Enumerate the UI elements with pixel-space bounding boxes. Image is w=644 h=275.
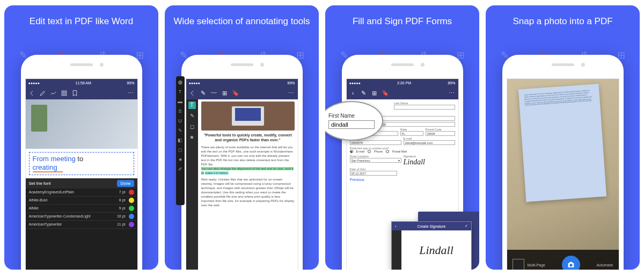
mode-multipage[interactable]: Multi-Page	[528, 263, 545, 267]
panel-title: Wide selection of annotating tools	[165, 5, 319, 27]
shape-tool-icon[interactable]: ◻	[188, 123, 196, 131]
phone-mockup: Lorem ipsum dolor sit amet, consectetur …	[502, 55, 624, 270]
camera-bottom-bar: Multi-Page Automatic	[507, 250, 619, 270]
tool-underline-icon[interactable]: U	[178, 118, 183, 124]
app-toolbar: ✎ 〰 ⊞ 🔖 ⋯	[186, 86, 298, 99]
panel-snap-photo: Snap a photo into a PDF ✎🔖⇵⊞ Lorem ipsum…	[486, 5, 640, 270]
edit-icon[interactable]: ✎	[200, 89, 207, 97]
battery: 89%	[127, 81, 134, 85]
signature-canvas[interactable]: Lindall	[401, 230, 471, 270]
bookmark-icon[interactable]: 🔖	[232, 89, 239, 97]
contact-pref-radios[interactable]: E-mail Phone Postal Mail	[350, 150, 455, 153]
document-image	[26, 99, 137, 149]
date-input[interactable]: 05.12.2017	[350, 171, 397, 176]
tool-eraser-icon[interactable]: ◧	[178, 138, 183, 143]
tool-strike-icon[interactable]: S	[178, 108, 183, 114]
text-part-2: to	[76, 155, 83, 163]
radio-email[interactable]	[350, 150, 353, 153]
grid-icon[interactable]: ⊞	[371, 89, 378, 97]
svg-rect-0	[62, 91, 63, 92]
dialog-header[interactable]: Create Signature	[392, 222, 471, 230]
back-icon[interactable]	[189, 89, 196, 97]
panel-title: Fill and Sign PDF Forms	[325, 5, 479, 27]
app-screen: ●●●●●89% ✎ 〰 ⊞ 🔖 ⋯ T ✎ ◻ ★	[186, 78, 298, 270]
annotate-icon[interactable]: 〰	[210, 89, 218, 97]
font-row[interactable]: AlNile9 pt	[26, 205, 137, 213]
article-hero-image	[201, 102, 295, 131]
text-part-1: From meeting	[33, 155, 76, 163]
signature-popup: Form Create Signature Lindall	[391, 212, 479, 270]
color-swatch[interactable]	[129, 198, 134, 203]
tool-stamp-icon[interactable]: ★	[178, 157, 183, 162]
svg-rect-3	[65, 93, 67, 95]
color-swatch[interactable]	[129, 222, 134, 227]
color-swatch[interactable]	[129, 190, 134, 195]
last-name-input[interactable]	[394, 105, 455, 110]
note-tool-icon[interactable]: ✎	[188, 112, 196, 120]
more-icon[interactable]: ⋯	[448, 89, 456, 97]
signature-field[interactable]: Lindall	[404, 158, 455, 167]
highlight-tool-icon[interactable]: T	[188, 102, 196, 109]
more-icon[interactable]: ⋯	[127, 89, 135, 97]
app-toolbar: ‹ ✎ ⊞ 🔖 ⋯	[347, 86, 458, 99]
status-bar: ●●●●● 11:58 AM 89%	[26, 79, 137, 86]
font-row[interactable]: AmericanTypewriter-CondensedLight10 pt	[26, 213, 137, 221]
font-row[interactable]: AcademyEngravedLetPlain7 pt	[26, 189, 137, 197]
editable-text-box[interactable]: From meeting to creating	[29, 152, 134, 175]
carrier: ●●●●●	[28, 81, 40, 85]
status-bar: ●●●●●89%	[186, 79, 298, 86]
tool-highlight-icon[interactable]: ▬	[178, 99, 183, 104]
mode-automatic[interactable]: Automatic	[596, 263, 613, 267]
annotate-icon[interactable]	[50, 89, 57, 97]
grid-icon[interactable]: ⊞	[221, 89, 229, 97]
camera-viewfinder[interactable]: Lorem ipsum dolor sit amet, consectetur …	[507, 79, 619, 270]
magnifier-label: First Name	[328, 113, 375, 119]
create-signature-dialog: Create Signature Lindall	[391, 221, 472, 270]
panel-edit-text: Edit text in PDF like Word ✎🔖⇵⊞ ●●●●● 11…	[4, 5, 158, 270]
svg-rect-2	[62, 93, 63, 95]
tool-brush-icon[interactable]: ✐	[178, 167, 183, 172]
magnifier-input[interactable]: dindall	[328, 120, 375, 129]
clock: 11:58 AM	[75, 81, 91, 85]
stamp-tool-icon[interactable]: ★	[188, 134, 196, 141]
color-swatch[interactable]	[129, 206, 134, 211]
store-select[interactable]: San Francisco▾	[350, 158, 401, 163]
phone-input[interactable]: 2342079	[350, 140, 401, 145]
camera-icon	[567, 260, 575, 269]
shutter-button[interactable]	[562, 256, 580, 270]
back-icon[interactable]: ‹	[349, 89, 357, 97]
last-capture-thumb[interactable]	[513, 259, 524, 270]
status-bar: ●●●●●2:26 PM89%	[347, 79, 458, 86]
font-row[interactable]: AmericanTypewriter11 pt	[26, 221, 137, 229]
color-swatch[interactable]	[129, 214, 134, 219]
edit-icon[interactable]: ✎	[360, 89, 368, 97]
paragraph: Web ready: Creates files that are optimi…	[201, 177, 295, 208]
back-icon[interactable]	[28, 89, 36, 97]
bookmark-icon[interactable]: 🔖	[382, 89, 389, 97]
svg-rect-1	[65, 91, 67, 92]
document-body[interactable]: T ✎ ◻ ★ "Powerful tools to quickly creat…	[186, 99, 298, 270]
tool-pen-icon[interactable]: ✎	[178, 128, 183, 133]
tool-target-icon[interactable]: ◎	[178, 79, 183, 85]
radio-phone[interactable]	[368, 150, 371, 153]
font-row[interactable]: AlNile-Bold8 pt	[26, 197, 137, 205]
highlighted-text[interactable]: make it in italics.	[205, 171, 229, 175]
font-picker-header: Set the font Done	[26, 178, 137, 189]
article-quote: "Powerful tools to quickly create, modif…	[201, 133, 295, 143]
more-icon[interactable]: ⋯	[288, 89, 295, 97]
chevron-down-icon: ▾	[398, 159, 400, 162]
state-input[interactable]: FL	[400, 131, 423, 136]
paragraph: There are plenty of tools available on t…	[201, 145, 295, 167]
tool-shape-icon[interactable]: ◻	[178, 147, 183, 153]
tool-text-icon[interactable]: T	[178, 89, 183, 95]
email-input[interactable]: diana@example.com	[404, 140, 455, 145]
radio-postal[interactable]	[386, 150, 389, 153]
app-toolbar: ⋯	[26, 86, 137, 99]
done-button[interactable]: Done	[117, 180, 134, 187]
postal-input[interactable]: 33434	[426, 131, 455, 136]
grid-icon[interactable]	[61, 89, 68, 97]
panel-annotate: Wide selection of annotating tools ✎🔖⇵⊞ …	[165, 5, 319, 270]
section-previous: Previous	[350, 178, 455, 182]
bookmark-icon[interactable]	[71, 89, 79, 97]
edit-icon[interactable]	[39, 89, 47, 97]
